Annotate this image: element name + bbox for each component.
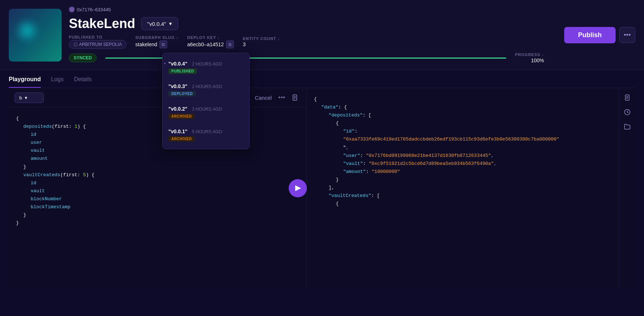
cancel-button[interactable]: Cancel [255, 95, 272, 101]
synced-badge: SYNCED [69, 54, 97, 62]
result-panel: { "data": { "depositeds": [ { "id": "0xa… [307, 88, 619, 288]
copy-slug-button[interactable]: ⧉ [159, 40, 167, 48]
version-item-v001[interactable]: "v0.0.1" 5 HOURS AGO ARCHIVED [163, 124, 249, 146]
header: 0x7176–633445 StakeLend "v0.0.4" ▾ PUBLI… [0, 0, 644, 70]
subgraph-slug-label: SUBGRAPH SLUG ↓ [135, 35, 178, 40]
main-content: Playground Logs Details b ▾ Cancel ••• [0, 70, 644, 288]
version-dropdown: "v0.0.4" 2 HOURS AGO PUBLISHED "v0.0.3" … [162, 53, 250, 149]
subgraph-slug-value: stakelend [135, 42, 157, 47]
ellipsis-button[interactable]: ••• [278, 94, 285, 102]
title-row: StakeLend "v0.0.4" ▾ [69, 16, 557, 31]
history-sidebar-button[interactable] [621, 106, 633, 118]
query-code-area: { depositeds(first: 1) { id user vault a… [9, 107, 307, 234]
doc-icon-button[interactable] [289, 92, 301, 103]
network-icon: ⬡ [74, 42, 77, 47]
chevron-down-icon: ▾ [169, 20, 172, 27]
more-dots-icon: ••• [624, 31, 631, 39]
version-item-v002[interactable]: "v0.0.2" 3 HOURS AGO ARCHIVED [163, 101, 249, 123]
project-image [9, 9, 62, 62]
version-item-v003[interactable]: "v0.0.3" 2 HOURS AGO DEPLOYED [163, 79, 249, 101]
tabs: Playground Logs Details [9, 70, 635, 88]
tab-details[interactable]: Details [74, 76, 92, 88]
sidebar-icons [619, 88, 635, 288]
query-dropdown[interactable]: b ▾ [15, 92, 44, 103]
playground-area: b ▾ Cancel ••• { depositeds(first: 1) { … [9, 88, 635, 288]
version-selector[interactable]: "v0.0.4" ▾ [141, 17, 178, 30]
network-badge: ⬡ ARBITRUM SEPOLIA [69, 40, 126, 49]
publish-button[interactable]: Publish [564, 27, 616, 43]
header-right: Publish ••• [564, 27, 635, 43]
current-version-label: "v0.0.4" [147, 21, 166, 27]
copy-key-button[interactable]: ⧉ [226, 40, 234, 48]
query-toolbar: b ▾ Cancel ••• [9, 88, 307, 107]
meta-row: PUBLISHED TO ⬡ ARBITRUM SEPOLIA SUBGRAPH… [69, 35, 557, 49]
published-to-label: PUBLISHED TO [69, 35, 126, 39]
entity-count-value: 3 [243, 42, 246, 47]
entity-count-section: ENTITY COUNT ↓ 3 [243, 36, 280, 47]
progress-label: PROGRESS ↓ [515, 52, 544, 57]
tab-playground[interactable]: Playground [9, 76, 41, 88]
published-to-section: PUBLISHED TO ⬡ ARBITRUM SEPOLIA [69, 35, 126, 49]
deploy-key-section: DEPLOY KEY ↓ a6ecb0–a14512 ⧉ [187, 35, 234, 48]
dropdown-value: b [19, 95, 22, 100]
wallet-row: 0x7176–633445 [69, 7, 557, 12]
network-label: ARBITRUM SEPOLIA [79, 42, 122, 47]
run-query-button[interactable] [289, 179, 307, 197]
progress-section: PROGRESS ↓ 100% [515, 52, 544, 63]
more-options-button[interactable]: ••• [619, 27, 635, 43]
version-item-v004[interactable]: "v0.0.4" 2 HOURS AGO PUBLISHED [163, 56, 249, 78]
wallet-icon [69, 7, 75, 12]
project-title: StakeLend [69, 16, 135, 31]
doc-sidebar-button[interactable] [621, 92, 633, 103]
progress-value: 100% [531, 58, 544, 63]
folder-sidebar-button[interactable] [621, 121, 633, 133]
deploy-key-label: DEPLOY KEY ↓ [187, 35, 234, 40]
deploy-key-value: a6ecb0–a14512 [187, 42, 224, 47]
wallet-address: 0x7176–633445 [77, 7, 111, 12]
query-panel: b ▾ Cancel ••• { depositeds(first: 1) { … [9, 88, 307, 288]
header-info: 0x7176–633445 StakeLend "v0.0.4" ▾ PUBLI… [69, 7, 557, 63]
subgraph-slug-section: SUBGRAPH SLUG ↓ stakelend ⧉ [135, 35, 178, 48]
synced-row: SYNCED PROGRESS ↓ 100% [69, 52, 557, 63]
chevron-down-icon: ▾ [25, 95, 27, 100]
entity-count-label: ENTITY COUNT ↓ [243, 36, 280, 41]
tab-logs[interactable]: Logs [51, 76, 64, 88]
